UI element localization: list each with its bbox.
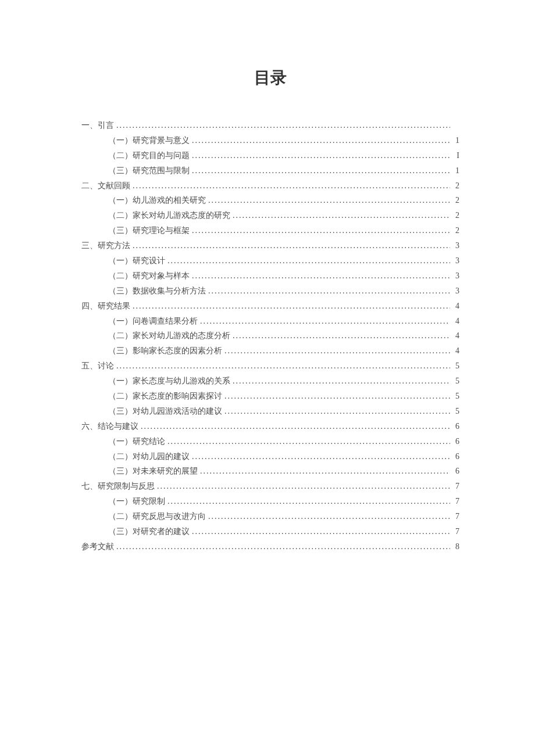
toc-dots <box>192 163 450 178</box>
toc-entry: （三）对幼儿园游戏活动的建议5 <box>108 404 459 419</box>
toc-dots <box>167 434 450 449</box>
toc-entry-page: 6 <box>452 449 459 464</box>
toc-entry: （三）影响家长态度的因素分析4 <box>108 343 459 359</box>
toc-dots <box>116 359 450 374</box>
toc-entry: （二）研究反思与改进方向7 <box>108 509 459 524</box>
toc-entry: （二）研究目的与问题I <box>108 148 459 163</box>
toc-entry: （三）数据收集与分析方法3 <box>108 284 459 299</box>
toc-entry-page: 6 <box>452 434 459 449</box>
toc-entry-label: 一、引言 <box>81 118 114 133</box>
toc-dots <box>224 404 450 419</box>
toc-title: 目录 <box>81 67 459 89</box>
toc-entry: （三）对研究者的建议7 <box>108 524 459 539</box>
toc-dots <box>233 208 450 223</box>
toc-entry-label: （一）研究结论 <box>108 434 165 449</box>
toc-entry-label: 四、研究结果 <box>81 299 130 314</box>
toc-dots <box>133 299 450 314</box>
toc-entry: （二）家长态度的影响因素探讨5 <box>108 389 459 404</box>
toc-entry-page: 3 <box>452 284 459 299</box>
toc-entry-page: 4 <box>452 314 459 329</box>
toc-entry-label: （三）影响家长态度的因素分析 <box>108 343 222 359</box>
toc-entry-page: 7 <box>452 494 459 509</box>
toc-entry-page: 7 <box>452 479 459 494</box>
toc-entry-page: 1 <box>452 163 459 178</box>
toc-dots <box>233 328 450 343</box>
toc-entry-page: 5 <box>452 374 459 389</box>
toc-entry-label: （三）对研究者的建议 <box>108 524 190 539</box>
toc-entry: （一）研究结论6 <box>108 434 459 449</box>
toc-entry-label: 三、研究方法 <box>81 238 130 253</box>
toc-entry-label: （一）幼儿游戏的相关研究 <box>108 193 206 208</box>
toc-entry-page: 4 <box>452 343 459 359</box>
toc-entry: （三）研究理论与框架2 <box>108 223 459 238</box>
toc-entry-label: （一）研究设计 <box>108 253 165 268</box>
toc-entry: 二、文献回顾2 <box>81 178 459 194</box>
toc-dots <box>200 314 450 329</box>
toc-entry: （一）研究限制7 <box>108 494 459 509</box>
toc-dots <box>133 178 450 194</box>
toc-entry: （三）对未来研究的展望6 <box>108 464 459 479</box>
toc-dots <box>233 374 450 389</box>
toc-entry: 六、结论与建议6 <box>81 419 459 434</box>
toc-dots <box>192 524 450 539</box>
toc-dots <box>116 118 450 133</box>
toc-entry-label: （三）研究范围与限制 <box>108 163 190 178</box>
toc-dots <box>224 389 450 404</box>
toc-entry: （一）研究背景与意义1 <box>108 133 459 148</box>
toc-entry-page: 3 <box>452 238 459 253</box>
toc-dots <box>192 449 450 464</box>
toc-entry-page: 5 <box>452 389 459 404</box>
toc-dots <box>192 268 450 284</box>
toc-list: 一、引言.（一）研究背景与意义1（二）研究目的与问题I（三）研究范围与限制1二、… <box>81 118 459 554</box>
toc-entry-page: 5 <box>452 404 459 419</box>
toc-entry: （一）研究设计3 <box>108 253 459 268</box>
toc-entry: 参考文献8 <box>81 539 459 554</box>
toc-entry-page: I <box>452 148 459 163</box>
toc-entry-page: 2 <box>452 178 459 194</box>
toc-entry-label: （三）研究理论与框架 <box>108 223 190 238</box>
toc-entry: （三）研究范围与限制1 <box>108 163 459 178</box>
toc-entry-page: 6 <box>452 419 459 434</box>
toc-entry-label: （一）研究背景与意义 <box>108 133 190 148</box>
toc-entry: 一、引言. <box>81 118 459 133</box>
toc-entry-label: 六、结论与建议 <box>81 419 138 434</box>
toc-entry-label: （二）研究对象与样本 <box>108 268 190 284</box>
toc-entry-label: 五、讨论 <box>81 359 114 374</box>
toc-entry-label: （二）对幼儿园的建议 <box>108 449 190 464</box>
toc-entry-label: （三）对未来研究的展望 <box>108 464 198 479</box>
toc-entry-page: 3 <box>452 253 459 268</box>
toc-entry: （一）问卷调查结果分析4 <box>108 314 459 329</box>
toc-dots <box>192 223 450 238</box>
toc-entry-page: 7 <box>452 509 459 524</box>
toc-entry-page: 3 <box>452 268 459 284</box>
toc-entry-label: （三）对幼儿园游戏活动的建议 <box>108 404 222 419</box>
toc-entry-page: 1 <box>452 133 459 148</box>
toc-entry-page: 5 <box>452 359 459 374</box>
toc-dots <box>116 539 450 554</box>
toc-entry-label: （二）研究反思与改进方向 <box>108 509 206 524</box>
toc-entry-label: （一）研究限制 <box>108 494 165 509</box>
toc-entry: （二）对幼儿园的建议6 <box>108 449 459 464</box>
toc-entry: 七、研究限制与反思7 <box>81 479 459 494</box>
toc-entry: （二）家长对幼儿游戏态度的研究2 <box>108 208 459 223</box>
toc-dots <box>157 479 450 494</box>
toc-dots <box>224 343 450 359</box>
toc-dots <box>208 284 450 299</box>
toc-entry-page: 2 <box>452 208 459 223</box>
toc-dots <box>167 253 450 268</box>
toc-entry-label: （二）家长对幼儿游戏的态度分析 <box>108 328 230 343</box>
toc-entry-label: （二）家长态度的影响因素探讨 <box>108 389 222 404</box>
toc-entry: （二）家长对幼儿游戏的态度分析4 <box>108 328 459 343</box>
toc-entry-page: 6 <box>452 464 459 479</box>
toc-dots <box>141 419 450 434</box>
toc-entry-page: 2 <box>452 193 459 208</box>
toc-dots <box>192 148 450 163</box>
toc-entry: 三、研究方法3 <box>81 238 459 253</box>
toc-dots <box>133 238 450 253</box>
toc-entry-label: （一）家长态度与幼儿游戏的关系 <box>108 374 230 389</box>
toc-entry: （一）家长态度与幼儿游戏的关系5 <box>108 374 459 389</box>
toc-entry-label: （一）问卷调查结果分析 <box>108 314 198 329</box>
toc-entry-label: 七、研究限制与反思 <box>81 479 155 494</box>
toc-dots <box>208 509 450 524</box>
toc-entry-page: 8 <box>452 539 459 554</box>
